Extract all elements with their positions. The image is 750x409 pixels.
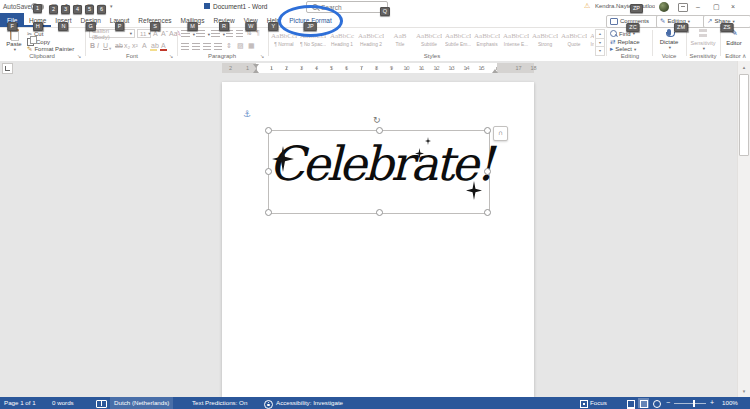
hanging-indent-marker[interactable] — [253, 69, 259, 73]
layout-options-button[interactable]: ∩ — [493, 126, 508, 141]
multilevel-list-button[interactable]: ▾ — [211, 30, 220, 37]
bold-button[interactable]: B — [90, 41, 95, 50]
document-page[interactable]: ⚓ Celebrate! ↻ ∩ — [222, 82, 534, 397]
maximize-button[interactable]: ▢ — [713, 2, 720, 12]
shrink-font-button[interactable]: Aˇ — [161, 29, 168, 38]
selection-handle[interactable] — [484, 127, 491, 134]
vertical-scrollbar[interactable]: ▴ ▾ — [737, 61, 750, 397]
tab-file[interactable]: File F — [0, 13, 24, 27]
align-left-button[interactable] — [181, 43, 189, 50]
qat-customize-icon[interactable]: ▾ — [110, 3, 113, 9]
selection-handle[interactable] — [265, 209, 272, 216]
decrease-indent-button[interactable] — [226, 30, 233, 37]
right-indent-marker[interactable] — [492, 69, 498, 73]
qat-button[interactable]: 3 — [60, 1, 72, 12]
style-card[interactable]: AaBbCcDc Subtle Em... — [444, 29, 472, 54]
search-input[interactable]: Search Q — [306, 1, 388, 13]
align-right-button[interactable] — [203, 43, 211, 50]
selection-handle[interactable] — [265, 127, 272, 134]
dictate-button[interactable]: Dictate ▾ — [655, 29, 683, 50]
scroll-down-icon[interactable]: ▾ — [738, 385, 750, 397]
qat-button[interactable]: 5 — [84, 1, 96, 12]
tab-review[interactable]: Review R — [209, 13, 239, 27]
text-predictions[interactable]: Text Predictions: On — [192, 397, 247, 409]
gallery-more-icon[interactable]: ▾ — [595, 46, 605, 56]
style-card[interactable]: AaBbCcDc ¶ Normal — [270, 29, 298, 54]
account-name[interactable]: Kendra.Naytel@outlook.com — [595, 3, 655, 9]
superscript-button[interactable]: x² — [132, 41, 138, 50]
qat-button[interactable]: 4 — [72, 1, 84, 12]
tab-selector[interactable] — [2, 63, 13, 74]
zoom-in-button[interactable]: + — [710, 397, 714, 409]
tab-layout[interactable]: Layout P — [105, 13, 134, 27]
text-effects-button[interactable]: A — [142, 41, 147, 50]
style-card[interactable]: AaBbCcDc Strong — [531, 29, 559, 54]
borders-button[interactable]: ▦ — [248, 42, 255, 50]
proofing-icon[interactable] — [96, 400, 107, 408]
sensitivity-button[interactable]: Sensitivity ▾ — [688, 29, 718, 51]
font-size-select[interactable]: 11 ▾ — [137, 29, 151, 38]
bullet-list-button[interactable]: ▾ — [181, 30, 190, 37]
justify-button[interactable] — [214, 43, 222, 50]
style-card[interactable]: AaBbCcDc Emphasis — [473, 29, 501, 54]
zoom-level[interactable]: 100% — [722, 397, 738, 409]
style-card[interactable]: AaBbCcDc Intense E... — [502, 29, 530, 54]
paragraph-dialog-launcher-icon[interactable]: ↘ — [260, 53, 264, 59]
subscript-button[interactable]: x₂ — [124, 41, 130, 50]
chevron-down-icon[interactable]: ▾ — [109, 44, 111, 53]
scrollbar-thumb[interactable] — [739, 74, 749, 156]
selection-handle[interactable] — [376, 209, 383, 216]
style-card[interactable]: AaBbCcDc Quote — [560, 29, 588, 54]
shading-button[interactable]: ▨ — [237, 42, 244, 50]
editing-mode-button[interactable]: ✎ Editing ▾ ZM — [656, 15, 706, 28]
rotate-handle-icon[interactable]: ↻ — [373, 115, 381, 125]
tab-references[interactable]: References S — [134, 13, 176, 27]
read-mode-button[interactable] — [625, 398, 636, 408]
tab-insert[interactable]: Insert N — [51, 13, 76, 27]
web-layout-button[interactable] — [651, 398, 662, 408]
select-button[interactable]: ▸ Select ▾ — [610, 45, 636, 53]
underline-button[interactable]: U — [103, 41, 108, 50]
tab-picture-format[interactable]: Picture Format JP — [285, 13, 337, 27]
accessibility-status[interactable]: Accessibility: Investigate — [276, 397, 343, 409]
word-count[interactable]: 0 words — [52, 397, 74, 409]
language-indicator[interactable]: Dutch (Netherlands) — [110, 397, 173, 409]
tab-home[interactable]: Home H — [24, 13, 50, 27]
editor-button[interactable]: ✎ Editor — [722, 29, 746, 46]
italic-button[interactable]: I — [97, 41, 99, 50]
numbered-list-button[interactable]: ▾ — [196, 30, 205, 37]
selected-image[interactable]: Celebrate! ↻ ∩ — [268, 130, 490, 214]
tab-help[interactable]: Help Y — [262, 13, 284, 27]
tab-design[interactable]: Design G — [76, 13, 105, 27]
format-painter-button[interactable]: ✎ Format Painter — [27, 45, 74, 53]
selection-handle[interactable] — [376, 127, 383, 134]
style-card[interactable]: AaBbCcDc ¶ No Spac... — [299, 29, 327, 54]
paste-button[interactable]: Paste ▾ — [3, 29, 25, 52]
selection-handle[interactable] — [484, 209, 491, 216]
line-spacing-button[interactable]: ⇕ — [226, 42, 232, 50]
zoom-out-button[interactable]: − — [666, 397, 670, 409]
scroll-up-icon[interactable]: ▴ — [738, 61, 750, 73]
style-card[interactable]: AaBbCcD Heading 2 — [357, 29, 385, 54]
focus-button[interactable]: Focus — [590, 397, 607, 409]
tab-view[interactable]: View W — [239, 13, 262, 27]
style-card[interactable]: AaBbCc Heading 1 — [328, 29, 356, 54]
tab-mailings[interactable]: Mailings M — [176, 13, 209, 27]
font-name-select[interactable]: Calibri (Body) ▾ — [89, 29, 135, 38]
collapse-ribbon-icon[interactable]: ∧ — [742, 52, 746, 59]
comments-button[interactable]: Comments ZC — [606, 15, 660, 28]
align-center-button[interactable] — [192, 43, 200, 50]
selection-handle[interactable] — [265, 168, 272, 175]
style-card[interactable]: AaBbCcDc Subtitle — [415, 29, 443, 54]
strikethrough-button[interactable]: ab — [115, 41, 123, 50]
zoom-slider[interactable] — [674, 403, 706, 404]
style-card[interactable]: AaB Title — [386, 29, 414, 54]
qat-button[interactable]: 2 — [48, 1, 60, 12]
close-button[interactable]: × — [731, 2, 735, 12]
show-formatting-marks-button[interactable]: ¶ — [256, 29, 260, 36]
minimize-button[interactable]: – — [696, 2, 700, 12]
increase-indent-button[interactable] — [236, 30, 243, 37]
font-dialog-launcher-icon[interactable]: ↘ — [169, 53, 173, 59]
page-indicator[interactable]: Page 1 of 1 — [4, 397, 36, 409]
first-line-indent-marker[interactable] — [253, 64, 259, 68]
